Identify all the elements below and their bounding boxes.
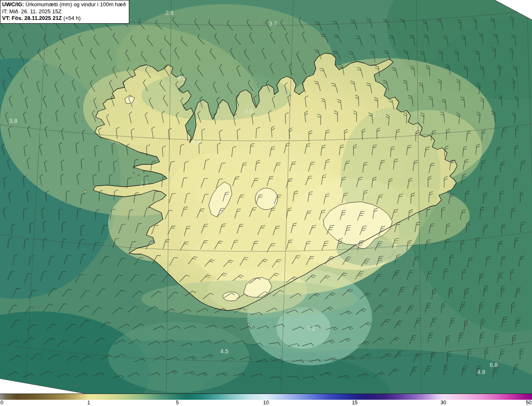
colorbar-tick-label: 5 (176, 400, 179, 406)
contour-label: 3.9 (244, 108, 253, 115)
contour-label: 1.2 (216, 208, 224, 215)
colorbar-tick-row: 01510153050 (0, 400, 532, 406)
colorbar-tick-label: 10 (263, 400, 269, 406)
contour-label: 3.7 (269, 20, 277, 27)
weather-map-app: UWC/IG: Úrkomumætti (mm) og vindur i 100… (0, 0, 532, 406)
contour-label: 4.8 (477, 369, 485, 375)
init-time: IT: Mið. 26. 11. 2025 15Z (2, 8, 126, 15)
contour-label: 4.5 (220, 348, 229, 355)
valid-time-main: VT: Fös. 28.11.2025 21Z (2, 15, 62, 21)
product-code: UWC/IG: (2, 1, 24, 7)
map-area: 2.93.74.02.03.83.93.01.94.24.22.11.51.21… (0, 0, 532, 394)
contour-label: 4.0 (177, 74, 186, 81)
contour-label: 0.9 (258, 288, 266, 295)
colorbar-gradient (0, 394, 532, 400)
weather-map: 2.93.74.02.03.83.93.01.94.24.22.11.51.21… (0, 0, 532, 394)
colorbar: 01510153050 (0, 394, 532, 406)
colorbar-tick-label: 15 (352, 400, 357, 406)
contour-label: 3.0 (373, 111, 381, 118)
contour-label: 2.9 (165, 10, 174, 16)
colorbar-tick-label: 1 (87, 400, 90, 406)
product-title: UWC/IG: Úrkomumætti (mm) og vindur i 100… (2, 1, 126, 8)
product-description: Úrkomumætti (mm) og vindur i 100m hæð (24, 1, 126, 7)
forecast-header-box: UWC/IG: Úrkomumætti (mm) og vindur i 100… (0, 0, 129, 24)
colorbar-tick-label: 30 (441, 400, 446, 406)
contour-label: 7.2 (307, 325, 315, 332)
valid-time: VT: Fös. 28.11.2025 21Z (+54 h) (2, 15, 126, 22)
contour-label: 4.2 (192, 139, 200, 146)
contour-label: 3.8 (9, 117, 17, 124)
contour-label: 2.0 (130, 99, 138, 105)
colorbar-tick-label: 0 (0, 400, 3, 406)
valid-time-offset: (+54 h) (62, 15, 81, 21)
contour-label: 1.0 (266, 199, 274, 205)
colorbar-tick-label: 50 (526, 400, 532, 406)
contour-label: 6.8 (490, 362, 498, 368)
contour-label: 0.8 (349, 235, 357, 241)
contour-label: 1.5 (260, 137, 268, 144)
contour-label: 2.1 (140, 180, 149, 187)
contour-label: 4.2 (294, 133, 303, 139)
contour-label: 1.9 (409, 126, 417, 133)
